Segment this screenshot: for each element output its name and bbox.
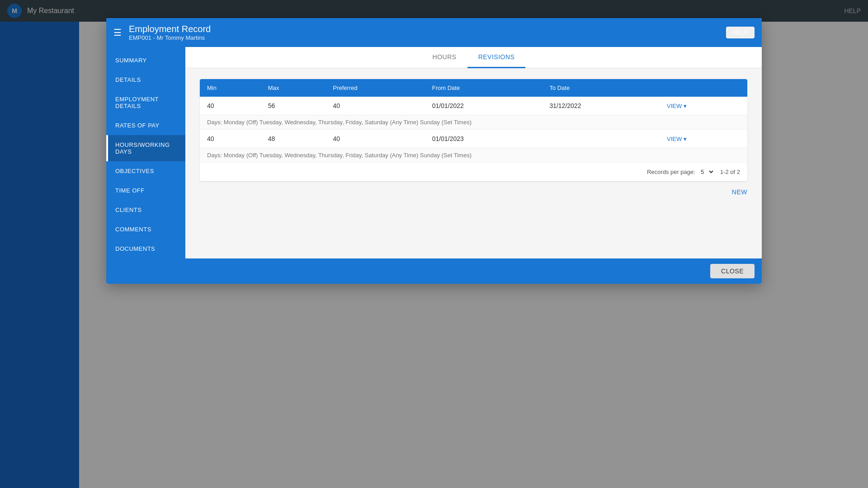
sidebar-item-comments[interactable]: COMMENTS (106, 220, 185, 239)
pagination: Records per page: 5 10 25 1-2 of 2 (200, 163, 747, 181)
sidebar-item-time-off[interactable]: TIME OFF (106, 181, 185, 200)
table-body: 40 56 40 01/01/2022 31/12/2022 VIEW ▾ (200, 97, 747, 163)
col-preferred: Preferred (326, 79, 425, 97)
cell-to-date-2 (542, 130, 660, 148)
records-per-page-select[interactable]: 5 10 25 (699, 168, 715, 176)
table-header: Min Max Preferred From Date To Date (200, 79, 747, 97)
chevron-down-icon: ▾ (684, 103, 687, 109)
sidebar-item-objectives[interactable]: OBJECTIVES (106, 161, 185, 181)
new-button[interactable]: NEW (200, 188, 747, 196)
days-text-1: Days: Monday (Off) Tuesday, Wednesday, T… (200, 115, 747, 130)
modal-header-left: ☰ Employment Record EMP001 - Mr Tommy Ma… (113, 24, 211, 41)
sidebar-item-details[interactable]: DETAILS (106, 70, 185, 89)
modal-help-button[interactable]: HELP (726, 27, 755, 38)
sidebar-item-employment-details[interactable]: EMPLOYMENT DETAILS (106, 89, 185, 116)
sidebar-item-rates-of-pay[interactable]: RATES OF PAY (106, 116, 185, 135)
sidebar-item-documents[interactable]: DOCUMENTS (106, 239, 185, 258)
modal-title: Employment Record (129, 24, 211, 34)
revisions-table-container: Min Max Preferred From Date To Date (200, 79, 747, 181)
table-subrow-2: Days: Monday (Off) Tuesday, Wednesday, T… (200, 148, 747, 163)
modal-subtitle: EMP001 - Mr Tommy Martins (129, 34, 211, 41)
table-row: 40 56 40 01/01/2022 31/12/2022 VIEW ▾ (200, 97, 747, 115)
sidebar-item-clients[interactable]: CLIENTS (106, 200, 185, 220)
cell-view-1: VIEW ▾ (660, 97, 747, 115)
col-max: Max (261, 79, 326, 97)
sidebar-item-hours-working-days[interactable]: HOURS/WORKING DAYS (106, 135, 185, 161)
view-button-1[interactable]: VIEW ▾ (667, 103, 740, 109)
revisions-table: Min Max Preferred From Date To Date (200, 79, 747, 163)
main-content: HOURS REVISIONS Min Max Preferred From D… (185, 47, 762, 258)
modal-header: ☰ Employment Record EMP001 - Mr Tommy Ma… (106, 18, 762, 47)
tab-revisions[interactable]: REVISIONS (467, 47, 526, 68)
employment-record-modal: ☰ Employment Record EMP001 - Mr Tommy Ma… (106, 18, 762, 284)
table-subrow-1: Days: Monday (Off) Tuesday, Wednesday, T… (200, 115, 747, 130)
tab-hours[interactable]: HOURS (422, 47, 467, 68)
days-text-2: Days: Monday (Off) Tuesday, Wednesday, T… (200, 148, 747, 163)
records-per-page: Records per page: 5 10 25 (647, 168, 715, 176)
cell-preferred-2: 40 (326, 130, 425, 148)
cell-from-date-2: 01/01/2023 (425, 130, 542, 148)
modal-overlay: ☰ Employment Record EMP001 - Mr Tommy Ma… (0, 0, 868, 488)
cell-preferred-1: 40 (326, 97, 425, 115)
modal-body: SUMMARY DETAILS EMPLOYMENT DETAILS RATES… (106, 47, 762, 258)
cell-min-1: 40 (200, 97, 261, 115)
modal-header-titles: Employment Record EMP001 - Mr Tommy Mart… (129, 24, 211, 41)
chevron-down-icon: ▾ (684, 136, 687, 142)
sidebar-item-summary[interactable]: SUMMARY (106, 51, 185, 70)
view-button-2[interactable]: VIEW ▾ (667, 136, 740, 142)
cell-min-2: 40 (200, 130, 261, 148)
tab-bar: HOURS REVISIONS (185, 47, 762, 68)
cell-to-date-1: 31/12/2022 (542, 97, 660, 115)
col-min: Min (200, 79, 261, 97)
cell-view-2: VIEW ▾ (660, 130, 747, 148)
col-to-date: To Date (542, 79, 660, 97)
col-from-date: From Date (425, 79, 542, 97)
table-row: 40 48 40 01/01/2023 VIEW ▾ (200, 130, 747, 148)
cell-max-2: 48 (261, 130, 326, 148)
close-button[interactable]: CLOSE (710, 264, 755, 278)
pagination-range: 1-2 of 2 (720, 169, 740, 175)
cell-from-date-1: 01/01/2022 (425, 97, 542, 115)
sidebar: SUMMARY DETAILS EMPLOYMENT DETAILS RATES… (106, 47, 185, 258)
col-actions (660, 79, 747, 97)
cell-max-1: 56 (261, 97, 326, 115)
records-per-page-label: Records per page: (647, 169, 695, 175)
hamburger-menu-icon[interactable]: ☰ (113, 27, 122, 38)
modal-footer: CLOSE (106, 258, 762, 284)
